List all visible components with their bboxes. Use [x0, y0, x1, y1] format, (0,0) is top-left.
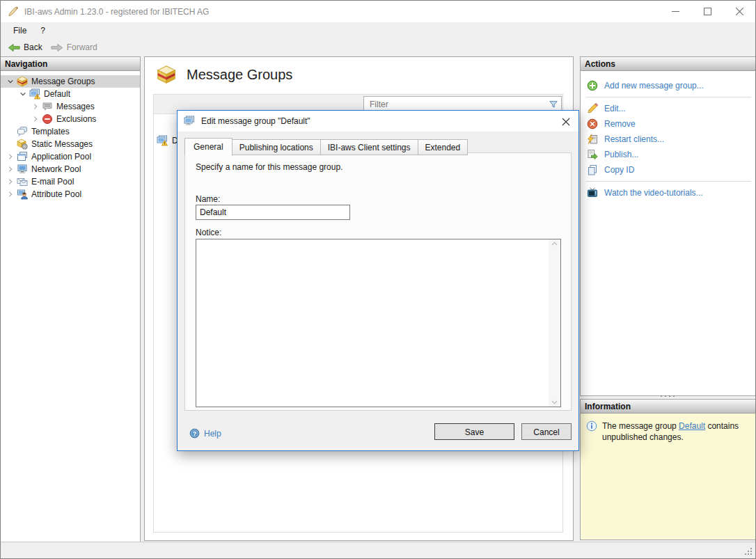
cancel-button[interactable]: Cancel — [521, 423, 572, 440]
tree-item-label: Message Groups — [31, 77, 95, 86]
tree-item-exclusions[interactable]: Exclusions — [1, 113, 140, 125]
copy-icon — [586, 164, 598, 176]
action-add-message-group[interactable]: Add new message group... — [586, 78, 755, 93]
dialog-tabs: General Publishing locations IBI-aws Cli… — [184, 137, 467, 155]
tree-item-label: Application Pool — [31, 152, 91, 162]
video-tutorials-icon — [586, 187, 598, 199]
chevron-right-icon[interactable] — [5, 176, 16, 187]
tree-item-static-messages[interactable]: Static Messages — [1, 138, 140, 150]
menu-help[interactable]: ? — [33, 24, 52, 38]
notice-scrollbar[interactable] — [549, 239, 560, 407]
action-label: Add new message group... — [604, 81, 704, 90]
maximize-button[interactable] — [691, 1, 723, 22]
help-label: Help — [204, 429, 221, 439]
menu-file[interactable]: File — [6, 24, 33, 38]
tree-item-label: Static Messages — [31, 139, 93, 149]
tree-item-attribute-pool[interactable]: Attribute Pool — [1, 188, 140, 200]
message-group-warning-icon — [157, 135, 168, 146]
save-button[interactable]: Save — [434, 423, 514, 440]
chevron-right-icon[interactable] — [5, 189, 16, 200]
tree-item-application-pool[interactable]: Application Pool — [1, 150, 140, 163]
tree-item-label: E-mail Pool — [31, 177, 74, 187]
tab-general[interactable]: General — [184, 138, 233, 156]
tree-item-email-pool[interactable]: E-mail Pool — [1, 175, 140, 188]
main-header: Message Groups — [145, 57, 573, 84]
actions-header: Actions — [581, 57, 755, 71]
action-publish[interactable]: Publish... — [586, 147, 755, 162]
actions-separator — [586, 97, 751, 97]
dialog-icon — [184, 116, 195, 127]
app-icon — [8, 6, 19, 17]
svg-text:?: ? — [193, 430, 196, 437]
back-arrow-icon — [8, 42, 20, 53]
name-input[interactable] — [196, 205, 350, 220]
navigation-panel: Navigation Message Groups Default Messag… — [1, 56, 141, 542]
edit-message-group-dialog: Edit message group "Default" General Pub… — [177, 110, 579, 451]
action-edit[interactable]: Edit... — [586, 101, 755, 116]
action-label: Watch the video-tutorials... — [604, 188, 703, 198]
menu-bar: File ? — [1, 22, 755, 38]
tab-extended[interactable]: Extended — [418, 139, 468, 155]
dialog-title-bar: Edit message group "Default" — [178, 111, 578, 132]
help-icon: ? — [189, 428, 200, 439]
scroll-down-icon[interactable] — [551, 400, 558, 404]
tree-item-messages[interactable]: Messages — [1, 100, 140, 113]
application-pool-icon — [16, 151, 28, 162]
chevron-down-icon[interactable] — [5, 76, 16, 87]
network-pool-icon — [16, 164, 28, 175]
forward-button[interactable]: Forward — [48, 41, 103, 54]
info-message: The message group Default contains unpub… — [602, 420, 750, 443]
scroll-up-icon[interactable] — [551, 242, 558, 246]
forward-arrow-icon — [51, 42, 63, 53]
info-default-link[interactable]: Default — [679, 421, 705, 431]
tab-publishing-locations[interactable]: Publishing locations — [232, 139, 321, 155]
chevron-spacer — [5, 139, 16, 150]
chevron-right-icon[interactable] — [30, 101, 41, 112]
title-bar: IBI-aws Admin 1.23.0 - registered for IB… — [1, 1, 755, 22]
action-label: Remove — [604, 119, 636, 129]
close-icon — [736, 8, 743, 15]
dialog-description: Specify a name for this message group. — [185, 153, 571, 172]
maximize-icon — [704, 8, 711, 15]
edit-pencil-icon — [586, 103, 598, 115]
chevron-down-icon[interactable] — [17, 88, 29, 100]
close-button[interactable] — [723, 1, 755, 22]
notice-label: Notice: — [196, 228, 221, 237]
tab-page-general: Specify a name for this message group. N… — [184, 152, 572, 411]
filter-input[interactable] — [364, 99, 546, 110]
chevron-right-icon[interactable] — [5, 164, 16, 175]
chevron-right-icon[interactable] — [30, 113, 41, 125]
toolbar: Back Forward — [1, 38, 755, 56]
action-remove[interactable]: Remove — [586, 116, 755, 132]
publish-icon — [586, 149, 598, 161]
dialog-close-button[interactable] — [560, 116, 572, 128]
action-label: Copy ID — [604, 165, 634, 175]
action-copy-id[interactable]: Copy ID — [586, 162, 755, 178]
resize-grip[interactable] — [744, 547, 753, 556]
information-panel: Information The message group Default co… — [580, 399, 755, 540]
info-text-before: The message group — [602, 421, 679, 431]
chevron-right-icon[interactable] — [5, 151, 16, 162]
back-button[interactable]: Back — [5, 41, 48, 54]
filter-icon[interactable] — [546, 100, 561, 109]
action-restart-clients[interactable]: Restart clients... — [586, 132, 755, 147]
window-title: IBI-aws Admin 1.23.0 - registered for IB… — [24, 7, 209, 17]
tree-item-label: Templates — [31, 127, 70, 136]
panel-splitter[interactable] — [580, 393, 755, 399]
notice-textarea[interactable] — [196, 239, 561, 407]
navigation-header: Navigation — [1, 57, 140, 71]
minimize-button[interactable] — [659, 1, 691, 22]
actions-panel: Actions Add new message group... Edit...… — [580, 56, 755, 396]
tree-item-network-pool[interactable]: Network Pool — [1, 163, 140, 175]
tab-client-settings[interactable]: IBI-aws Client settings — [320, 139, 418, 155]
tree-item-default[interactable]: Default — [1, 88, 140, 100]
close-icon — [562, 118, 570, 126]
chevron-spacer — [5, 126, 16, 137]
help-link[interactable]: ? Help — [189, 428, 221, 439]
static-messages-icon — [16, 139, 28, 150]
minimize-icon — [672, 8, 679, 15]
action-watch-tutorials[interactable]: Watch the video-tutorials... — [586, 185, 755, 200]
tree-item-message-groups[interactable]: Message Groups — [1, 75, 140, 88]
tree-item-templates[interactable]: Templates — [1, 125, 140, 138]
message-groups-header-icon — [156, 65, 177, 84]
